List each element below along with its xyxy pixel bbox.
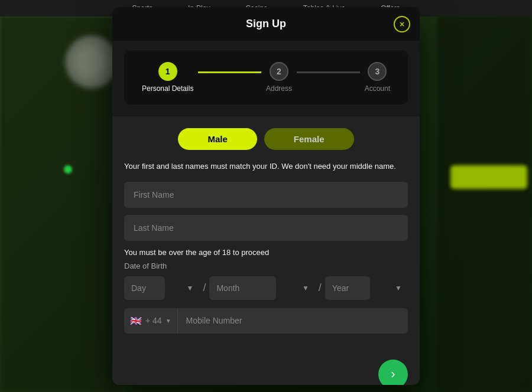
phone-row: 🇬🇧 + 44 ▼ [124,308,408,334]
day-chevron-icon: ▼ [187,284,194,292]
month-chevron-icon: ▼ [302,284,309,292]
step-2-circle: 2 [270,62,288,81]
modal-body: Male Female Your first and last names mu… [112,116,420,354]
year-chevron-icon: ▼ [395,284,402,292]
step-1: 1 Personal Details [142,62,193,93]
modal-overlay: Sign Up × 1 Personal Details 2 Address 3… [0,0,532,392]
mobile-number-input[interactable] [178,308,408,334]
modal-title: Sign Up [246,18,286,30]
female-button[interactable]: Female [264,128,354,150]
year-select[interactable]: Year 2006200520042003 2002200120001999 1… [325,276,370,300]
dob-separator-2: / [319,282,322,294]
steps-container: 1 Personal Details 2 Address 3 Account [112,41,420,116]
step-1-label: Personal Details [142,84,193,93]
month-wrapper: Month JanuaryFebruaryMarch AprilMayJune … [209,276,314,300]
step-3-label: Account [365,84,390,93]
last-name-input[interactable] [124,215,408,241]
id-info-text: Your first and last names must match you… [124,161,408,172]
dob-separator-1: / [203,282,206,294]
step-2-label: Address [266,84,292,93]
step-1-circle: 1 [158,62,177,81]
next-button[interactable]: › [378,360,408,386]
step-line-1 [198,71,261,73]
step-line-2 [297,71,360,73]
dob-label: Date of Birth [124,262,408,270]
age-warning-text: You must be over the age of 18 to procee… [124,248,408,257]
next-btn-wrapper: › [112,354,420,386]
step-2: 2 Address [266,62,292,93]
year-wrapper: Year 2006200520042003 2002200120001999 1… [325,276,408,300]
male-button[interactable]: Male [178,128,257,150]
signup-modal: Sign Up × 1 Personal Details 2 Address 3… [112,7,420,385]
day-select[interactable]: Day 12345 678910 1112131415 1617181920 2… [124,276,165,300]
first-name-input[interactable] [124,182,408,208]
close-button[interactable]: × [394,16,410,32]
steps-wrapper: 1 Personal Details 2 Address 3 Account [124,50,408,104]
uk-flag-icon: 🇬🇧 [130,315,142,326]
month-select[interactable]: Month JanuaryFebruaryMarch AprilMayJune … [209,276,276,300]
phone-country-selector[interactable]: 🇬🇧 + 44 ▼ [124,308,178,334]
dob-row: Day 12345 678910 1112131415 1617181920 2… [124,276,408,300]
modal-header: Sign Up × [112,7,420,41]
phone-country-code: + 44 [145,316,162,325]
gender-row: Male Female [124,128,408,150]
phone-chevron-icon: ▼ [166,318,171,324]
next-arrow-icon: › [391,367,395,382]
step-3: 3 Account [365,62,390,93]
step-3-circle: 3 [368,62,387,81]
day-wrapper: Day 12345 678910 1112131415 1617181920 2… [124,276,199,300]
